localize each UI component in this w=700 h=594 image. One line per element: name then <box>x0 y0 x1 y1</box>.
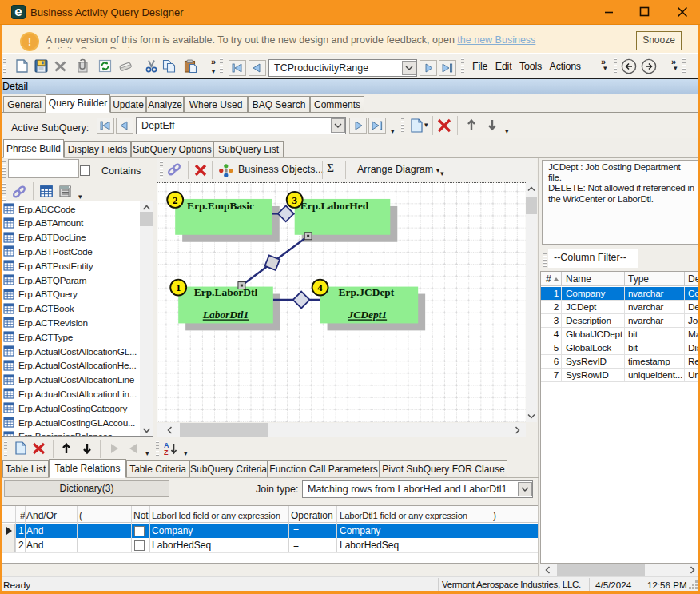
svg-text:Erp.LaborHed: Erp.LaborHed <box>300 200 369 212</box>
svg-text:LaborDtl1: LaborDtl1 <box>202 309 249 321</box>
svg-text:Erp.EmpBasic: Erp.EmpBasic <box>187 200 254 212</box>
svg-text:3: 3 <box>292 194 297 206</box>
svg-text:▾: ▾ <box>212 68 215 75</box>
svg-text:Erp.LaborDtl: Erp.LaborDtl <box>194 286 258 298</box>
svg-text:Erp.JCDept: Erp.JCDept <box>338 286 394 298</box>
svg-text:Z: Z <box>164 448 169 456</box>
svg-text:2: 2 <box>173 194 177 206</box>
svg-text:»: » <box>211 57 216 66</box>
svg-text:4: 4 <box>317 281 323 293</box>
svg-text:JCDept1: JCDept1 <box>348 309 388 321</box>
svg-text:1: 1 <box>176 281 181 293</box>
